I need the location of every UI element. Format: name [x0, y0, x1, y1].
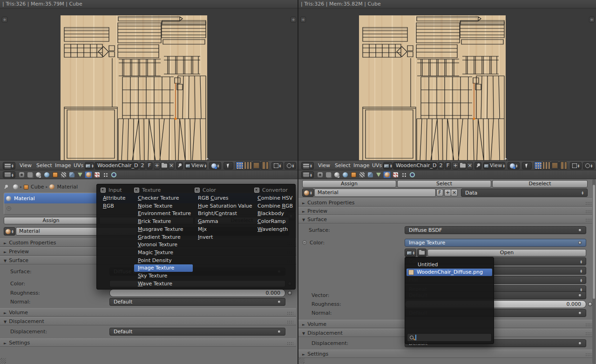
uv-select-face-button[interactable] — [252, 162, 260, 169]
menu-item-colorramp[interactable]: ColorRamp — [256, 218, 286, 225]
assign-button[interactable]: Assign — [302, 180, 396, 188]
breadcrumb-material[interactable]: Material — [57, 183, 78, 191]
image-name-field[interactable]: WoodenChair_Diffus... — [95, 162, 139, 169]
menu-view[interactable]: View — [20, 161, 32, 171]
tab-texture[interactable] — [392, 171, 399, 178]
dropdown-search-field[interactable] — [407, 333, 492, 342]
breadcrumb-object[interactable]: Cube — [31, 183, 44, 191]
menu-item-rgb[interactable]: RGB — [102, 202, 114, 210]
menu-item-bright-contrast[interactable]: Bright/Contrast — [196, 210, 237, 217]
pivot-center-button[interactable] — [508, 162, 520, 169]
panel-surface[interactable]: ▼Surface — [298, 215, 595, 223]
uv-image-canvas[interactable] — [359, 15, 506, 164]
displacement-dropdown[interactable]: Default — [109, 328, 285, 336]
unlink-material-button[interactable]: × — [451, 189, 458, 196]
scrollbar-thumb[interactable] — [593, 185, 595, 299]
snap-button[interactable] — [570, 162, 582, 169]
display-mode-dropdown[interactable]: View — [483, 162, 505, 169]
tab-render[interactable] — [18, 171, 25, 178]
pane-divider[interactable] — [298, 0, 298, 364]
tab-physics[interactable] — [110, 171, 117, 178]
uv-select-edge-button[interactable] — [542, 162, 550, 169]
menu-item-rgb-curves[interactable]: RGB Curves — [196, 195, 228, 202]
region-expand-icon[interactable]: + — [300, 17, 306, 22]
open-image-button[interactable] — [161, 162, 168, 169]
image-users-button[interactable]: 2 — [438, 162, 444, 169]
resize-grip[interactable] — [0, 358, 6, 364]
menu-item-attribute[interactable]: Attribute — [102, 195, 126, 202]
uv-select-vertex-button[interactable] — [534, 162, 542, 169]
menu-item-gamma[interactable]: Gamma — [196, 218, 218, 225]
uv-select-edge-button[interactable] — [244, 162, 252, 169]
menu-image[interactable]: Image — [353, 161, 369, 171]
image-name-field[interactable]: WoodenChair_Diffus... — [393, 162, 437, 169]
menu-image[interactable]: Image — [55, 161, 71, 171]
tab-modifiers[interactable] — [366, 171, 374, 178]
normal-dropdown[interactable]: Default — [109, 298, 285, 306]
link-data-dropdown[interactable]: Data — [461, 189, 588, 197]
menu-uvs[interactable]: UVs — [74, 161, 83, 171]
editor-type-button[interactable] — [3, 171, 15, 178]
menu-item-blackbody[interactable]: Blackbody — [256, 210, 284, 217]
pin-icon[interactable] — [4, 185, 8, 189]
snap-button[interactable] — [271, 162, 283, 169]
editor-type-button[interactable] — [301, 171, 314, 178]
browse-image-button[interactable] — [405, 249, 416, 257]
tab-world[interactable] — [43, 171, 50, 178]
editor-type-button[interactable] — [3, 162, 15, 169]
menu-item-combine-rgb[interactable]: Combine RGB — [256, 202, 293, 210]
color-node-dropdown[interactable]: Image Texture — [405, 239, 586, 247]
select-button[interactable]: Select — [397, 180, 491, 188]
tab-render-layers[interactable] — [325, 171, 332, 178]
uv-editor-viewport[interactable]: + + — [298, 8, 596, 169]
uv-select-vertex-button[interactable] — [236, 162, 244, 169]
panel-custom-properties[interactable]: ►Custom Properties — [298, 198, 595, 207]
tab-particles[interactable] — [400, 171, 407, 178]
menu-item-musgrave-texture[interactable]: Musgrave Texture — [136, 226, 183, 233]
menu-select[interactable]: Select — [335, 161, 351, 171]
color-node-toggle[interactable] — [302, 240, 307, 245]
uv-select-face-button[interactable] — [551, 162, 559, 169]
tab-texture[interactable] — [93, 171, 101, 178]
open-image-button[interactable] — [459, 162, 466, 169]
uv-image-canvas[interactable] — [61, 15, 207, 164]
browse-material-button[interactable] — [4, 227, 15, 236]
tab-object-data[interactable] — [76, 171, 84, 178]
pin-button[interactable] — [176, 162, 183, 169]
uv-editor-viewport[interactable]: + + — [0, 8, 298, 169]
browse-image-button[interactable] — [383, 162, 393, 169]
deselect-button[interactable]: Deselect — [492, 180, 588, 188]
fake-user-button[interactable]: F — [146, 162, 153, 169]
tab-material[interactable] — [85, 171, 92, 178]
menu-item-combine-hsv[interactable]: Combine HSV — [256, 195, 292, 202]
tab-scene[interactable] — [333, 171, 340, 178]
tab-render[interactable] — [316, 171, 324, 178]
uv-sync-select-button[interactable] — [522, 162, 532, 169]
menu-item-wavelength[interactable]: Wavelength — [256, 226, 288, 233]
tab-object[interactable] — [350, 171, 357, 178]
image-users-button[interactable]: 2 — [139, 162, 146, 169]
tab-render-layers[interactable] — [26, 171, 34, 178]
panel-displacement[interactable]: ▼Displacement — [0, 317, 296, 325]
resize-grip[interactable] — [299, 358, 305, 364]
menu-item-gradient-texture[interactable]: Gradient Texture — [136, 234, 181, 241]
menu-item-voronoi-texture[interactable]: Voronoi Texture — [136, 241, 177, 249]
region-expand-icon[interactable]: + — [2, 17, 7, 22]
pivot-center-button[interactable] — [209, 162, 221, 169]
tab-world[interactable] — [341, 171, 349, 178]
node-socket-icon[interactable] — [288, 291, 292, 295]
menu-item-image-texture[interactable]: Image Texture — [134, 264, 193, 272]
browse-material-button[interactable] — [302, 189, 314, 197]
uv-sync-select-button[interactable] — [224, 162, 233, 169]
open-image-icon-button[interactable] — [417, 249, 427, 257]
region-expand-icon[interactable]: + — [589, 17, 595, 22]
menu-item-mix[interactable]: Mix — [196, 226, 207, 233]
new-material-button[interactable]: + — [444, 189, 451, 196]
menu-item-invert[interactable]: Invert — [196, 234, 213, 241]
tab-constraints[interactable] — [358, 171, 366, 178]
menu-item-wave-texture[interactable]: Wave Texture — [136, 280, 172, 288]
menu-item-sky-texture[interactable]: Sky Texture — [136, 272, 167, 280]
image-item-untitled[interactable]: Untitled — [406, 261, 492, 269]
proportional-edit-button[interactable] — [583, 162, 595, 169]
pin-button[interactable] — [474, 162, 481, 169]
